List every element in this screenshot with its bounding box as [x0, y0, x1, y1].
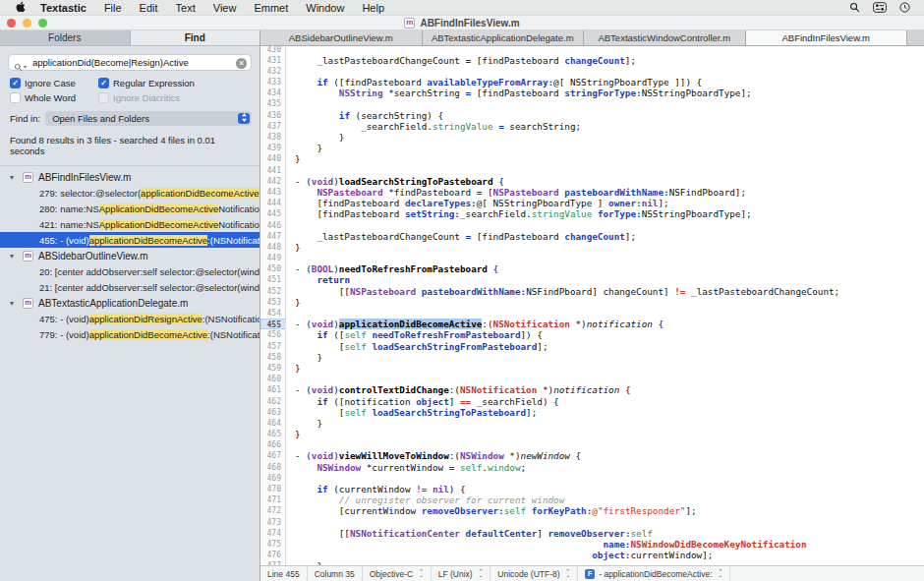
- search-field[interactable]: ▾ ✕: [8, 54, 252, 71]
- code-line[interactable]: 461- (void)controlTextDidChange:(NSNotif…: [260, 384, 924, 395]
- sidebar-tab-folders[interactable]: Folders: [0, 30, 131, 45]
- status-objective-c[interactable]: Objective-C⌃⌄: [363, 566, 432, 581]
- code-line[interactable]: 432: [260, 66, 924, 77]
- code-line[interactable]: 449: [260, 253, 924, 263]
- code-line[interactable]: 444 [findPasteboard declareTypes:@[ NSSt…: [260, 198, 924, 208]
- menu-help[interactable]: Help: [353, 2, 393, 14]
- disclosure-triangle-icon[interactable]: ▾: [10, 299, 18, 308]
- result-file-absidebaroutlineview-m[interactable]: ▾mABSidebarOutlineView.m: [0, 248, 260, 263]
- menu-view[interactable]: View: [204, 2, 246, 14]
- result-match[interactable]: 475: - (void)applicationDidResignActive:…: [0, 311, 260, 326]
- editor-tab-abfindinfilesview-m[interactable]: ABFindInFilesView.m: [746, 30, 908, 45]
- code-line[interactable]: 456 if ([self needToRefreshFromPasteboar…: [260, 329, 924, 340]
- code-editor[interactable]: 430431 _lastPasteboardChangeCount = [fin…: [260, 46, 924, 565]
- code-line[interactable]: 455- (void)applicationDidBecomeActive:(N…: [260, 319, 924, 329]
- checked-checkbox-icon[interactable]: ✓: [10, 78, 21, 88]
- spotlight-icon[interactable]: [849, 2, 860, 13]
- code-line[interactable]: 464 }: [260, 418, 924, 429]
- code-line[interactable]: 462 if ([notification object] == _search…: [260, 396, 924, 407]
- option-ignore-case[interactable]: ✓Ignore Case: [10, 78, 87, 88]
- code-line[interactable]: 436 if (searchString) {: [260, 110, 924, 121]
- code-line[interactable]: 471 // unregister observer for current w…: [260, 494, 924, 505]
- clock-icon[interactable]: [899, 2, 910, 13]
- code-line[interactable]: 437 _searchField.stringValue = searchStr…: [260, 121, 924, 132]
- code-line[interactable]: 446: [260, 220, 924, 231]
- control-center-icon[interactable]: [873, 2, 887, 13]
- code-line[interactable]: 472 [currentWindow removeObserver:self f…: [260, 505, 924, 516]
- code-line[interactable]: 440}: [260, 153, 924, 164]
- clear-icon[interactable]: ✕: [236, 58, 247, 69]
- code-line[interactable]: 473: [260, 517, 924, 528]
- code-line[interactable]: 448}: [260, 242, 924, 253]
- code-line[interactable]: 438 }: [260, 132, 924, 143]
- menu-textastic[interactable]: Textastic: [31, 2, 95, 14]
- code-line[interactable]: 459}: [260, 363, 924, 374]
- stepper-icon[interactable]: [238, 113, 250, 124]
- code-line[interactable]: 430: [260, 46, 924, 55]
- code-line[interactable]: 466: [260, 439, 924, 450]
- code-line[interactable]: 443 NSPasteboard *findPasteboard = [NSPa…: [260, 187, 924, 198]
- result-match[interactable]: 779: - (void)applicationDidBecomeActive:…: [0, 326, 260, 342]
- code-line[interactable]: 460: [260, 374, 924, 384]
- checked-checkbox-icon[interactable]: ✓: [98, 78, 109, 88]
- status-applicationdidbecomeactive[interactable]: F- applicationDidBecomeActive:⌃⌄: [578, 566, 730, 581]
- menu-emmet[interactable]: Emmet: [245, 2, 297, 14]
- code-line[interactable]: 439 }: [260, 143, 924, 153]
- code-line[interactable]: 434 NSString *searchString = [findPasteb…: [260, 87, 924, 98]
- code-line[interactable]: 454: [260, 308, 924, 319]
- code-line[interactable]: 452 [[NSPasteboard pasteboardWithName:NS…: [260, 286, 924, 297]
- code-line[interactable]: 469: [260, 473, 924, 484]
- editor-tab-abtextasticapplicationdelegate-m[interactable]: ABTextasticApplicationDelegate.m: [423, 30, 585, 45]
- code-line[interactable]: 458 }: [260, 352, 924, 363]
- close-window-button[interactable]: [7, 19, 16, 28]
- search-input[interactable]: [32, 57, 233, 68]
- zoom-window-button[interactable]: [38, 19, 47, 28]
- status-unicode-utf-8[interactable]: Unicode (UTF-8)⌃⌄: [491, 566, 578, 581]
- code-line[interactable]: 476 object:currentWindow];: [260, 550, 924, 560]
- unchecked-checkbox-icon[interactable]: [98, 92, 109, 103]
- code-line[interactable]: 463 [self loadSearchStringToPasteboard];: [260, 407, 924, 418]
- code-line[interactable]: 475 name:NSWindowDidBecomeKeyNotificatio…: [260, 539, 924, 550]
- code-line[interactable]: 468 NSWindow *currentWindow = self.windo…: [260, 462, 924, 473]
- apple-menu[interactable]: [10, 1, 31, 15]
- result-match[interactable]: 20: [center addObserver:self selector:@s…: [0, 263, 260, 279]
- result-file-abfindinfilesview-m[interactable]: ▾mABFindInFilesView.m: [0, 169, 260, 185]
- code-line[interactable]: 445 [findPasteboard setString:_searchFie…: [260, 208, 924, 219]
- menu-edit[interactable]: Edit: [131, 2, 167, 14]
- code-line[interactable]: 433 if ([findPasteboard availableTypeFro…: [260, 77, 924, 87]
- menu-text[interactable]: Text: [167, 2, 204, 14]
- result-match[interactable]: 280: name:NSApplicationDidBecomeActiveNo…: [0, 201, 260, 216]
- code-line[interactable]: 474 [[NSNotificationCenter defaultCenter…: [260, 528, 924, 539]
- result-match[interactable]: 21: [center addObserver:self selector:@s…: [0, 279, 260, 295]
- editor-tab-abtextasticwindowcontroller-m[interactable]: ABTextasticWindowController.m: [584, 30, 746, 45]
- disclosure-triangle-icon[interactable]: ▾: [10, 252, 18, 261]
- code-line[interactable]: 465}: [260, 429, 924, 439]
- find-in-select[interactable]: Open Files and Folders: [45, 111, 252, 126]
- code-line[interactable]: 435: [260, 98, 924, 109]
- code-line[interactable]: 451 return: [260, 274, 924, 285]
- code-line[interactable]: 447 _lastPasteboardChangeCount = [findPa…: [260, 231, 924, 242]
- code-line[interactable]: 441: [260, 165, 924, 176]
- code-line[interactable]: 453}: [260, 297, 924, 308]
- result-match[interactable]: 279: selector:@selector(applicationDidBe…: [0, 185, 260, 201]
- result-match[interactable]: 421: name:NSApplicationDidBecomeActiveNo…: [0, 216, 260, 232]
- code-line[interactable]: 450- (BOOL)needToRefreshFromPasteboard {: [260, 263, 924, 274]
- menu-file[interactable]: File: [95, 2, 131, 14]
- code-line[interactable]: 470 if (currentWindow != nil) {: [260, 484, 924, 494]
- code-line[interactable]: 431 _lastPasteboardChangeCount = [findPa…: [260, 55, 924, 66]
- editor-tab-absidebaroutlineview-m[interactable]: ABSidebarOutlineView.m: [260, 30, 423, 45]
- unchecked-checkbox-icon[interactable]: [10, 92, 21, 103]
- minimize-window-button[interactable]: [23, 19, 31, 28]
- result-match[interactable]: 455: - (void)applicationDidBecomeActive:…: [0, 232, 260, 248]
- option-ignore-diacritics[interactable]: Ignore Diacritics: [98, 92, 260, 103]
- result-file-abtextasticapplicationdelegate-m[interactable]: ▾mABTextasticApplicationDelegate.m: [0, 295, 260, 311]
- menu-window[interactable]: Window: [297, 2, 353, 14]
- option-regular-expression[interactable]: ✓Regular Expression: [98, 78, 260, 88]
- code-line[interactable]: 467- (void)viewWillMoveToWindow:(NSWindo…: [260, 450, 924, 461]
- code-line[interactable]: 457 [self loadSearchStringFromPasteboard…: [260, 341, 924, 352]
- status-lf-unix[interactable]: LF (Unix)⌃⌄: [432, 566, 491, 581]
- code-line[interactable]: 442- (void)loadSearchStringToPasteboard …: [260, 176, 924, 187]
- disclosure-triangle-icon[interactable]: ▾: [10, 173, 18, 182]
- sidebar-tab-find[interactable]: Find: [131, 30, 260, 45]
- option-whole-word[interactable]: Whole Word: [10, 92, 87, 103]
